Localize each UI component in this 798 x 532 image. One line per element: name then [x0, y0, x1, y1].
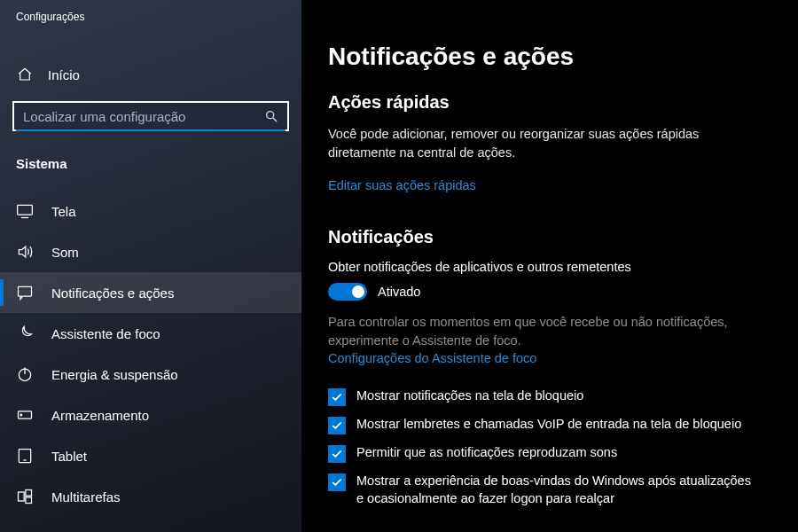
search-input[interactable] — [23, 109, 264, 124]
display-icon — [16, 202, 34, 220]
quick-actions-desc: Você pode adicionar, remover ou reorgani… — [328, 125, 754, 162]
sidebar-item-tablet[interactable]: Tablet — [0, 435, 301, 476]
svg-rect-11 — [19, 492, 25, 501]
sidebar-item-energia[interactable]: Energia & suspensão — [0, 354, 301, 395]
home-label: Início — [48, 67, 80, 82]
notification-icon — [16, 284, 34, 301]
sidebar-item-label: Notificações e ações — [51, 286, 174, 301]
search-box[interactable] — [12, 101, 289, 131]
page-title: Notificações e ações — [328, 43, 771, 71]
check-label: Permitir que as notificações reproduzam … — [356, 444, 617, 462]
home-nav[interactable]: Início — [0, 57, 301, 92]
sidebar-item-label: Assistente de foco — [51, 326, 160, 341]
sidebar-item-label: Multitarefas — [51, 489, 121, 505]
focus-assist-hint: Para controlar os momentos em que você r… — [328, 313, 763, 350]
svg-rect-4 — [19, 286, 32, 296]
home-icon — [16, 66, 34, 83]
checkbox-icon — [328, 473, 346, 491]
sidebar-item-label: Som — [51, 245, 79, 260]
search-icon — [264, 109, 278, 123]
check-label: Mostrar a experiência de boas-vindas do … — [356, 473, 755, 507]
notifications-heading: Notificações — [328, 227, 771, 247]
sidebar-item-label: Tela — [51, 204, 76, 219]
notifications-toggle[interactable] — [328, 283, 367, 301]
quick-actions-heading: Ações rápidas — [328, 92, 771, 113]
sidebar-item-multitarefas[interactable]: Multitarefas — [0, 476, 301, 517]
sidebar: Configurações Início Sistema Tela Som — [0, 0, 301, 532]
sidebar-item-label: Armazenamento — [51, 408, 149, 423]
moon-icon — [16, 325, 34, 342]
sound-icon — [16, 243, 34, 261]
nav-list: Tela Som Notificações e ações Assistente… — [0, 191, 301, 517]
sidebar-item-som[interactable]: Som — [0, 231, 301, 272]
sidebar-item-foco[interactable]: Assistente de foco — [0, 313, 301, 354]
sidebar-item-tela[interactable]: Tela — [0, 191, 301, 231]
category-title: Sistema — [0, 144, 301, 178]
checkbox-icon — [328, 445, 346, 463]
power-icon — [16, 365, 34, 383]
sidebar-item-label: Tablet — [51, 449, 87, 464]
sidebar-item-armazenamento[interactable]: Armazenamento — [0, 395, 301, 435]
check-notification-sounds[interactable]: Permitir que as notificações reproduzam … — [328, 444, 771, 463]
checkbox-icon — [328, 417, 346, 434]
checkbox-icon — [328, 388, 346, 406]
search-container — [0, 92, 301, 144]
svg-rect-12 — [26, 490, 32, 497]
check-lockscreen-notifications[interactable]: Mostrar notificações na tela de bloqueio — [328, 387, 771, 406]
multitask-icon — [16, 488, 34, 505]
tablet-icon — [16, 447, 34, 465]
focus-assist-link[interactable]: Configurações do Assistente de foco — [328, 351, 536, 365]
svg-point-0 — [267, 112, 274, 119]
check-welcome-experience[interactable]: Mostrar a experiência de boas-vindas do … — [328, 473, 771, 507]
check-label: Mostrar notificações na tela de bloqueio — [356, 387, 583, 405]
main-panel: Notificações e ações Ações rápidas Você … — [301, 0, 798, 532]
toggle-state-text: Ativado — [378, 285, 420, 299]
notification-options: Mostrar notificações na tela de bloqueio… — [328, 387, 771, 507]
sidebar-item-label: Energia & suspensão — [51, 367, 178, 382]
svg-rect-2 — [18, 205, 33, 215]
sidebar-item-notificacoes[interactable]: Notificações e ações — [0, 272, 301, 313]
svg-line-1 — [273, 118, 277, 121]
app-title: Configurações — [0, 0, 301, 39]
edit-quick-actions-link[interactable]: Editar suas ações rápidas — [328, 178, 476, 192]
notifications-toggle-label: Obter notificações de aplicativos e outr… — [328, 260, 771, 274]
svg-rect-13 — [26, 497, 32, 504]
check-voip-reminders[interactable]: Mostrar lembretes e chamadas VoIP de ent… — [328, 416, 771, 434]
svg-point-8 — [20, 414, 22, 416]
storage-icon — [16, 406, 34, 424]
check-label: Mostrar lembretes e chamadas VoIP de ent… — [356, 416, 741, 434]
